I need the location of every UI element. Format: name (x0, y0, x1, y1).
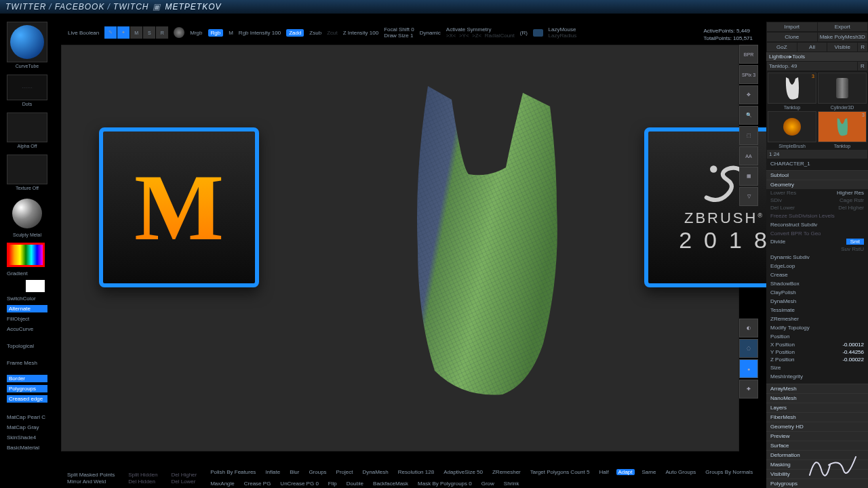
scroll-icon[interactable]: ✥ (739, 85, 758, 104)
section-nanomesh[interactable]: NanoMesh (766, 393, 868, 403)
left-tool-panel: CurveTube ⋯⋯Dots Alpha Off Texture Off S… (7, 22, 47, 451)
artist-signature (803, 445, 864, 485)
geometry-edgeloop[interactable]: EdgeLoop (766, 262, 868, 270)
frame-mesh-button[interactable]: Frame Mesh (7, 359, 47, 367)
focal-shift-slider[interactable]: Focal Shift 0 (384, 26, 414, 33)
section-arraymesh[interactable]: ArrayMesh (766, 384, 868, 393)
subtool-list-item[interactable]: CHARACTER_1 (766, 159, 868, 168)
rgb-button[interactable]: Rgb (208, 29, 224, 37)
thumb-tanktop[interactable]: 3Tanktop (768, 73, 816, 104)
clone-button[interactable]: Clone (767, 33, 817, 41)
thumb-tanktop-active[interactable]: 3Tanktop (818, 111, 867, 142)
color-picker[interactable] (7, 243, 45, 267)
draw-mode-button[interactable]: ✦ (117, 26, 130, 39)
border-toggle[interactable]: Border (7, 375, 47, 382)
material-sphere-icon[interactable] (174, 27, 184, 38)
draw-size-slider[interactable]: Draw Size 1 (384, 33, 414, 39)
texture-slot[interactable]: Texture Off (7, 155, 47, 184)
tool-panel: ImportExport CloneMake PolyMesh3D GoZAll… (766, 22, 868, 488)
transform-mode-group: ✎ ✦ M S R (104, 26, 168, 39)
geometry-zremesher[interactable]: ZRemesher (766, 314, 868, 323)
accucurve-button[interactable]: AccuCurve (7, 325, 47, 333)
thumb-cylinder[interactable]: Cylinder3D (818, 73, 867, 104)
lightbox-header[interactable]: Lightbox▸Tools (766, 52, 868, 61)
fill-object-button[interactable]: FillObject (7, 315, 47, 323)
live-boolean-label[interactable]: Live Boolean (68, 30, 99, 36)
make-polymesh-button[interactable]: Make PolyMesh3D (818, 33, 868, 41)
stream-banner: TWITTER/ FACEBOOK/ TWITCH ▣ METPETKOV (0, 0, 868, 14)
tool-name[interactable]: Tanktop. 49 (767, 62, 857, 70)
scale-mode-button[interactable]: S (143, 26, 155, 39)
lazymouse-button[interactable]: LazyMouse (549, 26, 577, 33)
floor-icon[interactable]: ▽ (739, 187, 758, 206)
rgb-intensity-slider[interactable]: Rgb Intensity 100 (239, 30, 281, 36)
dynamic-toggle[interactable]: Dynamic (420, 30, 441, 36)
aahalf-icon[interactable]: AA (739, 146, 758, 165)
zsub-button[interactable]: Zsub (309, 30, 321, 36)
ghost-icon[interactable]: ◌ (739, 339, 758, 358)
point-stats: ActivePoints: 5,449 TotalPoints: 105,571 (704, 27, 753, 42)
topological-button[interactable]: Topological (7, 342, 47, 350)
polygroups-toggle[interactable]: Polygroups (7, 385, 47, 392)
edit-mode-button[interactable]: ✎ (104, 26, 117, 39)
viewport-nav-icons: BPR SPix 3 ✥ 🔍 ⬚ AA ▦ ▽ (739, 45, 760, 206)
geometry-shadowbox[interactable]: ShadowBox (766, 279, 868, 288)
tanktop-mesh (387, 86, 577, 398)
mrgb-button[interactable]: Mrgb (190, 30, 202, 36)
geometry-section[interactable]: Geometry (766, 180, 868, 189)
geometry-position[interactable]: Position (766, 332, 868, 341)
bpr-button[interactable]: BPR (739, 45, 758, 64)
z-intensity-slider[interactable]: Z Intensity 100 (343, 30, 378, 36)
symmetry-indicator[interactable] (533, 29, 543, 37)
bottom-shelf: Split Masked Points Mirror And Weld Spli… (61, 468, 760, 488)
goz-button[interactable]: GoZ (767, 43, 797, 52)
spix-button[interactable]: SPix 3 (739, 65, 758, 84)
svg-point-0 (710, 165, 717, 173)
creased-edge-toggle[interactable]: Creased edge (7, 395, 47, 403)
zadd-button[interactable]: Zadd (286, 29, 304, 37)
persp-icon[interactable]: ▦ (739, 167, 758, 186)
geometry-tessimate[interactable]: Tessimate (766, 306, 868, 314)
actual-icon[interactable]: ⬚ (739, 126, 758, 145)
geometry-dynamic-subdiv[interactable]: Dynamic Subdiv (766, 253, 868, 262)
move-mode-button[interactable]: M (130, 26, 142, 39)
section-fibermesh[interactable]: FiberMesh (766, 412, 868, 422)
mirror-weld-button[interactable]: Mirror And Weld (65, 479, 117, 485)
transp-icon[interactable]: ◐ (739, 319, 758, 338)
solo-icon[interactable]: ● (739, 359, 758, 378)
switch-color-button[interactable]: SwitchColor (7, 295, 47, 302)
activate-symmetry-button[interactable]: Activate Symmetry (446, 26, 515, 33)
export-button[interactable]: Export (818, 22, 868, 31)
section-geometry-hd[interactable]: Geometry HD (766, 422, 868, 431)
thumb-simplebrush[interactable]: SimpleBrush (768, 111, 816, 142)
split-masked-button[interactable]: Split Masked Points (65, 472, 117, 478)
top-toolbar: Live Boolean ✎ ✦ M S R Mrgb Rgb M Rgb In… (68, 24, 760, 41)
import-button[interactable]: Import (767, 22, 817, 31)
section-layers[interactable]: Layers (766, 403, 868, 412)
brush-slot[interactable]: CurveTube (7, 22, 47, 62)
geometry-claypolish[interactable]: ClayPolish (766, 288, 868, 297)
rotate-mode-button[interactable]: R (156, 26, 168, 39)
m-button[interactable]: M (229, 30, 233, 36)
zoom-icon[interactable]: 🔍 (739, 106, 758, 125)
subtool-section[interactable]: Subtool (766, 170, 868, 180)
stroke-slot[interactable]: ⋯⋯Dots (7, 75, 47, 100)
geometry-dynamesh[interactable]: DynaMesh (766, 297, 868, 306)
geometry-modify-topology[interactable]: Modify Topology (766, 323, 868, 332)
viewport-display-icons: ◐ ◌ ● ✚ (739, 319, 760, 399)
marvelous-designer-logo-card: M (99, 127, 259, 287)
xpose-icon[interactable]: ✚ (739, 380, 758, 399)
geometry-crease[interactable]: Crease (766, 270, 868, 279)
zcut-button[interactable]: Zcut (327, 30, 338, 36)
alpha-slot[interactable]: Alpha Off (7, 113, 47, 142)
material-slot[interactable]: Sculpty Metal (7, 197, 47, 230)
section-preview[interactable]: Preview (766, 431, 868, 441)
alternate-button[interactable]: Alternate (7, 305, 47, 312)
color-swatches[interactable] (7, 280, 47, 292)
